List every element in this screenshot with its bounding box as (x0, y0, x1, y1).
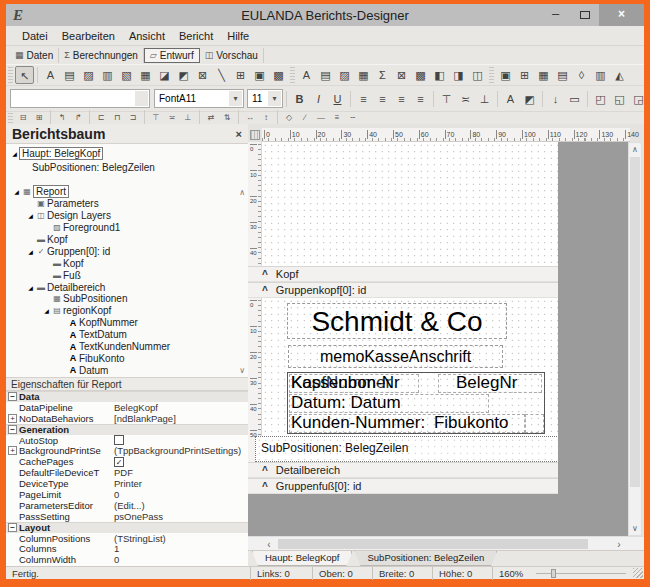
systemvariable-tool-icon[interactable]: ▥ (98, 66, 117, 84)
expander-icon[interactable]: ◢ (12, 188, 21, 195)
shape-tool-icon[interactable]: ◪ (155, 66, 174, 84)
select-tool-icon[interactable]: ↖ (15, 66, 34, 84)
tree-item-detailbereich[interactable]: ◢ ▬ Detailbereich (6, 281, 248, 293)
italic-button[interactable]: I (309, 90, 328, 108)
tree-item-fibukonto[interactable]: A FibuKonto (6, 352, 248, 364)
line-tool-icon[interactable]: ╲ (212, 66, 231, 84)
bold-button[interactable]: B (290, 90, 309, 108)
property-row-columnwidth[interactable]: ColumnWidth 0 (6, 554, 248, 565)
minimize-button[interactable]: – (541, 4, 570, 26)
property-value[interactable]: psOnePass (114, 511, 163, 522)
data-tree-toggle-icon[interactable]: ⊞ (31, 112, 47, 124)
address-memo-field[interactable]: memoKasseAnschrift (288, 345, 503, 368)
property-row-defaultfiledevice[interactable]: DefaultFileDeviceT PDF (6, 467, 248, 478)
size-to-tallest-icon[interactable]: ↕ (258, 112, 274, 124)
chevron-down-icon[interactable] (135, 91, 148, 106)
expander-icon[interactable]: ◢ (42, 307, 51, 314)
toolbar-grip[interactable] (290, 67, 295, 83)
property-row-passsetting[interactable]: PassSetting psOnePass (6, 511, 248, 522)
menu-ansicht[interactable]: Ansicht (123, 28, 171, 44)
scroll-down-icon[interactable]: ∨ (629, 524, 641, 533)
property-row-backgroundprintsettings[interactable]: + BackgroundPrintSe (TppBackgroundPrintS… (6, 445, 248, 456)
tree-item-regionkopf[interactable]: ◢ ▤ regionKopf (6, 305, 248, 317)
image-tool-icon[interactable]: ▦ (136, 66, 155, 84)
property-row-parameterseditor[interactable]: ParametersEditor (Edit...) (6, 500, 248, 511)
tab-vorschau[interactable]: ◫ Vorschau (200, 48, 264, 63)
kopf-band-canvas[interactable] (262, 142, 558, 266)
property-value[interactable]: (Edit...) (114, 500, 145, 511)
receipt-number-overlay-label[interactable]: KopfNummer (291, 373, 391, 393)
tree-item-kopfnummer[interactable]: A KopfNummer (6, 317, 248, 329)
tree-item-textdatum[interactable]: A TextDatum (6, 329, 248, 341)
bring-to-front-button[interactable]: ◰ (591, 90, 610, 108)
scroll-up-icon[interactable]: ∧ (629, 145, 641, 154)
subreport-band[interactable]: SubPositionen: BelegZeilen (255, 436, 573, 462)
line-style-solid-icon[interactable]: ≡ (329, 112, 345, 124)
collapse-band-icon[interactable]: ^ (262, 465, 268, 476)
expander-icon[interactable]: ◢ (26, 212, 35, 219)
richtext-tool-icon[interactable]: ▨ (79, 66, 98, 84)
align-left-button[interactable]: ≡ (354, 90, 373, 108)
expander-icon[interactable]: ◢ (10, 150, 19, 157)
tree-item-kopf[interactable]: ▬ Kopf (6, 234, 248, 246)
table-tool-icon[interactable]: ▥ (591, 66, 610, 84)
dbimage-tool-icon[interactable]: ▦ (354, 66, 373, 84)
property-value[interactable]: (TStringList) (114, 533, 166, 544)
tree-item-haupt-belegkopf[interactable]: ◢ Haupt: BelegKopf (6, 146, 248, 160)
property-row-cachepages[interactable]: CachePages ✓ (6, 456, 248, 467)
variable-tool-icon[interactable]: ▧ (117, 66, 136, 84)
property-value[interactable]: 0 (114, 489, 119, 500)
subreport-tool-icon[interactable]: ▣ (496, 66, 515, 84)
property-row-devicetype[interactable]: DeviceType Printer (6, 478, 248, 489)
date-field[interactable]: Datum: Datum (288, 393, 544, 413)
dbgroup-tool-icon[interactable]: ◨ (449, 66, 468, 84)
zoom-slider-thumb[interactable] (551, 569, 556, 578)
band-header-gruppenkopf[interactable]: ^ Gruppenkopf[0]: id (248, 282, 558, 298)
tree-item-report[interactable]: ◢ ▦ Report (6, 186, 248, 198)
align-middles-icon[interactable]: ≍ (164, 112, 180, 124)
dbcalc-tool-icon[interactable]: Σ (373, 66, 392, 84)
tree-item-gruppen-id[interactable]: ◢ ✓ Gruppen[0]: id (6, 245, 248, 257)
line-style-dashed-icon[interactable]: ╌ (345, 112, 361, 124)
property-value[interactable]: (TppBackgroundPrintSettings) (114, 445, 241, 456)
expand-box-icon[interactable]: + (8, 414, 17, 423)
scroll-down-icon[interactable]: ∨ (239, 366, 245, 375)
band-header-detailbereich[interactable]: ^ Detailbereich (248, 462, 558, 478)
scroll-up-icon[interactable]: ∧ (239, 188, 245, 197)
valign-middle-button[interactable]: ≍ (456, 90, 475, 108)
dbcheckbox-tool-icon[interactable]: ⊠ (392, 66, 411, 84)
align-h-centers-icon[interactable]: ⊓ (109, 112, 125, 124)
collapse-box-icon[interactable]: − (8, 392, 17, 401)
menu-datei[interactable]: Datei (16, 28, 54, 44)
band-header-gruppenfuss[interactable]: ^ Gruppenfuß[0]: id (248, 478, 558, 494)
vertical-scrollbar[interactable]: ∧ ∨ (628, 142, 642, 536)
horizontal-scrollbar[interactable]: ‹ › (248, 536, 644, 550)
checkbox-tool-icon[interactable]: ⊠ (193, 66, 212, 84)
font-size-combo[interactable]: 11 ▾ (247, 89, 283, 108)
align-left-edges-icon[interactable]: ⊏ (93, 112, 109, 124)
scrollbar-thumb[interactable] (630, 157, 640, 487)
dbmemo-tool-icon[interactable]: ▤ (316, 66, 335, 84)
tree-item-gruppen-fuss[interactable]: ▬ Fuß (6, 269, 248, 281)
toolbar-grip[interactable] (489, 67, 494, 83)
line-color-button[interactable]: ∕ (297, 112, 313, 124)
property-value[interactable]: PDF (114, 467, 133, 478)
tree-item-subpositionen-belegzeilen[interactable]: SubPositionen: BelegZeilen (6, 160, 248, 174)
receipt-number-field[interactable]: BelegNr (456, 373, 517, 393)
valign-top-button[interactable]: ⊤ (437, 90, 456, 108)
tree-item-gruppen-kopf[interactable]: ▬ Kopf (6, 257, 248, 269)
property-value[interactable]: [ndBlankPage] (114, 413, 176, 424)
menu-hilfe[interactable]: Hilfe (221, 28, 255, 44)
tab-entwurf[interactable]: ▱ Entwurf (144, 48, 200, 63)
pipette-tool-icon[interactable]: ◊ (572, 66, 591, 84)
matrix-tool-icon[interactable]: ▦ (534, 66, 553, 84)
property-row-autostop[interactable]: AutoStop (6, 435, 248, 446)
dbtext-tool-icon[interactable]: A (297, 66, 316, 84)
tab-haupt-belegkopf[interactable]: Haupt: BelegKopf (252, 551, 352, 566)
collapse-box-icon[interactable]: − (8, 425, 17, 434)
collapse-band-icon[interactable]: ^ (262, 481, 268, 492)
company-name-label[interactable]: Schmidt & Co (287, 303, 507, 339)
font-color-button[interactable]: A (501, 90, 520, 108)
tree-item-parameters[interactable]: ▣ Parameters (6, 198, 248, 210)
dbbarcode-tool-icon[interactable]: ▩ (411, 66, 430, 84)
